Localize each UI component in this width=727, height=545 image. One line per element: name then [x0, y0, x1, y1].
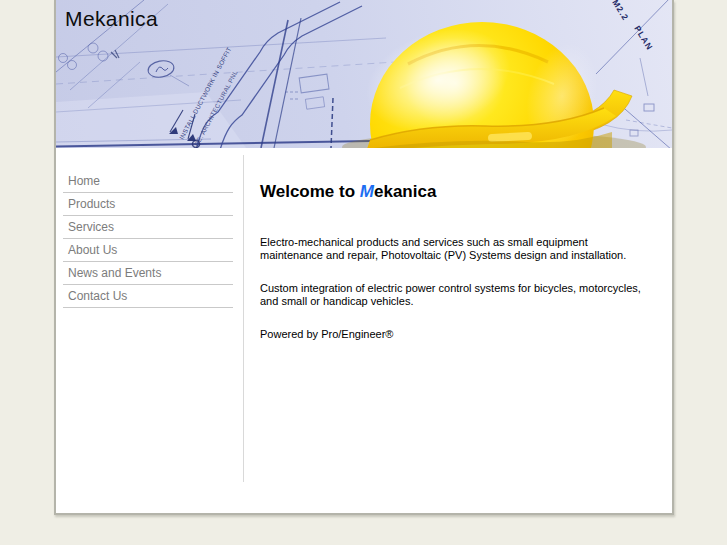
site-title[interactable]: Mekanica: [65, 7, 158, 31]
intro-paragraph: Electro-mechanical products and services…: [260, 236, 672, 262]
services-paragraph: Custom integration of electric power con…: [260, 282, 672, 308]
sidebar-link-home[interactable]: Home: [63, 170, 233, 192]
site-header: INSTALL DUCTWORK IN SOFFIT RE: ARCHITECT…: [56, 0, 672, 148]
sidebar-divider: [243, 155, 244, 482]
sidebar-item-news-and-events[interactable]: News and Events: [63, 262, 233, 285]
sidebar-item-home[interactable]: Home: [63, 170, 233, 193]
page-title: Welcome to Mekanica: [260, 182, 672, 202]
sidebar-link-products[interactable]: Products: [63, 193, 233, 215]
page-container: INSTALL DUCTWORK IN SOFFIT RE: ARCHITECT…: [54, 0, 674, 515]
page-title-prefix: Welcome to: [260, 182, 360, 201]
sidebar-item-about-us[interactable]: About Us: [63, 239, 233, 262]
page-title-rest: ekanica: [374, 182, 436, 201]
sidebar-link-contact-us[interactable]: Contact Us: [63, 285, 233, 307]
page-title-accent: M: [360, 182, 374, 201]
sidebar-item-services[interactable]: Services: [63, 216, 233, 239]
sidebar-item-products[interactable]: Products: [63, 193, 233, 216]
sidebar-link-services[interactable]: Services: [63, 216, 233, 238]
sidebar: Home Products Services About Us News and…: [56, 148, 243, 513]
main-content: Welcome to Mekanica Electro-mechanical p…: [243, 148, 672, 513]
content-area: Home Products Services About Us News and…: [56, 148, 672, 513]
sidebar-link-about-us[interactable]: About Us: [63, 239, 233, 261]
powered-by-text: Powered by Pro/Engineer®: [260, 328, 672, 341]
sidebar-link-news-and-events[interactable]: News and Events: [63, 262, 233, 284]
sidebar-item-contact-us[interactable]: Contact Us: [63, 285, 233, 308]
sidebar-nav: Home Products Services About Us News and…: [63, 170, 233, 308]
